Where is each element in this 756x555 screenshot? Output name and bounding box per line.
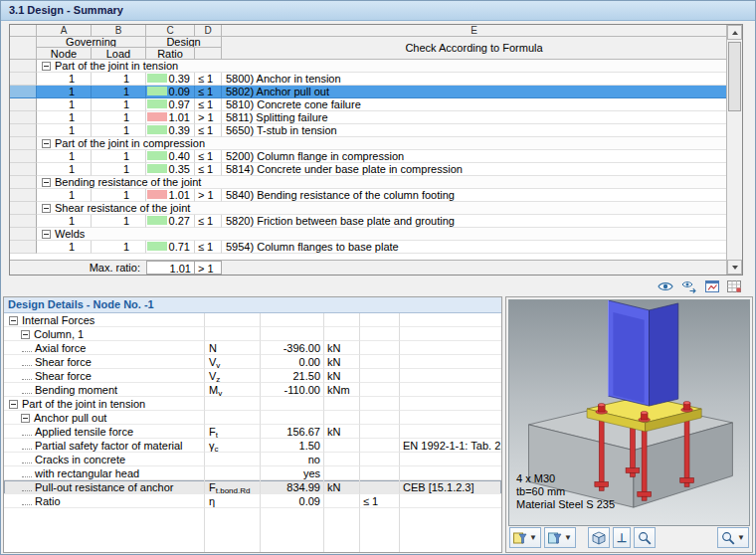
summary-toolbar	[658, 278, 741, 294]
limit-cell	[360, 439, 400, 453]
details-row[interactable]: Shear forceVy0.00kN	[4, 355, 501, 369]
zoom-button[interactable]	[634, 527, 656, 548]
node-cell: 1	[37, 111, 92, 124]
details-row[interactable]: Shear forceVz21.50kN	[4, 369, 501, 383]
collapse-icon[interactable]	[42, 230, 51, 239]
row-selector[interactable]	[10, 176, 37, 189]
details-row[interactable]: Pull-out resistance of anchorFt,bond,Rd8…	[4, 480, 501, 494]
reference-cell	[400, 466, 501, 480]
scrollbar-thumb[interactable]	[728, 42, 741, 111]
ratio-cell: 0.71	[146, 241, 195, 254]
summary-group-row[interactable]: Welds	[10, 228, 726, 241]
details-row[interactable]: Partial safety factor of materialγc1.50E…	[4, 439, 501, 453]
value-cell: 0.00	[261, 355, 324, 369]
details-header: Design Details - Node No. -1	[4, 297, 501, 313]
row-selector[interactable]	[10, 86, 37, 98]
tree-line	[22, 362, 32, 366]
row-selector[interactable]	[10, 73, 37, 86]
ratio-value: 0.27	[169, 215, 190, 227]
summary-row[interactable]: 110.97≤ 15810) Concrete cone failure	[10, 98, 726, 111]
steel-column	[609, 300, 678, 406]
row-selector[interactable]	[10, 189, 37, 202]
row-selector[interactable]	[10, 137, 37, 150]
node-cell: 1	[37, 124, 92, 137]
details-group-row[interactable]: Internal Forces	[4, 313, 501, 327]
collapse-icon[interactable]	[42, 139, 51, 148]
graphic-window-button[interactable]	[705, 280, 719, 292]
design-group-header: Design	[146, 37, 222, 48]
ratio-value: 0.09	[169, 86, 190, 97]
collapse-icon[interactable]	[9, 316, 18, 325]
collapse-icon[interactable]	[42, 178, 51, 187]
collapse-icon[interactable]	[9, 400, 18, 409]
summary-row[interactable]: 110.39≤ 15650) T-stub in tension	[10, 124, 726, 137]
excel-export-button[interactable]	[727, 280, 741, 292]
summary-row[interactable]: 110.35≤ 15814) Concrete under base plate…	[10, 163, 726, 176]
collapse-icon[interactable]	[42, 62, 51, 71]
check-column-header: Check According to Formula	[222, 37, 726, 60]
details-row[interactable]: Bending momentMy-110.00kNm	[4, 383, 501, 397]
governing-group-header: Governing	[37, 37, 146, 48]
detail-label: Axial force	[35, 342, 86, 354]
row-selector[interactable]	[10, 124, 37, 137]
summary-row[interactable]: 111.01> 15840) Bending resistance of the…	[10, 189, 726, 202]
chevron-down-icon[interactable]: ▼	[529, 534, 537, 542]
details-row[interactable]: Applied tensile forceFt156.67kN	[4, 425, 501, 439]
summary-group-row[interactable]: Shear resistance of the joint	[10, 202, 726, 215]
row-selector[interactable]	[10, 241, 37, 254]
reference-cell	[400, 327, 501, 341]
collapse-icon[interactable]	[21, 330, 30, 339]
details-row[interactable]: Axial forceN-396.00kN	[4, 341, 501, 355]
summary-group-row[interactable]: Part of the joint in tension	[10, 60, 726, 73]
ratio-bar	[147, 242, 167, 251]
row-selector[interactable]	[10, 111, 37, 124]
summary-row[interactable]: 110.71≤ 15954) Column flanges to base pl…	[10, 241, 726, 254]
collapse-icon[interactable]	[21, 414, 30, 423]
detail-label: Ratio	[35, 495, 61, 507]
summary-row[interactable]: 111.01> 15811) Splitting failure	[10, 111, 726, 124]
row-selector[interactable]	[10, 163, 37, 176]
collapse-icon[interactable]	[42, 204, 51, 213]
reference-cell	[400, 494, 501, 508]
row-selector[interactable]	[10, 98, 37, 111]
chevron-down-icon[interactable]: ▼	[564, 534, 572, 542]
scroll-up-button[interactable]	[727, 25, 742, 40]
row-selector[interactable]	[10, 228, 37, 241]
summary-group-row[interactable]: Part of the joint in compression	[10, 137, 726, 150]
details-row[interactable]: Cracks in concreteno	[4, 453, 501, 466]
scroll-down-button[interactable]	[727, 260, 742, 275]
summary-row[interactable]: 110.09≤ 15802) Anchor pull out	[10, 86, 726, 98]
details-row[interactable]: with rectangular headyes	[4, 466, 501, 480]
details-row[interactable]: Ratioη0.09≤ 1	[4, 494, 501, 508]
details-group-row[interactable]: Column, 1	[4, 327, 501, 341]
chevron-down-icon[interactable]: ▼	[737, 534, 745, 542]
scrollbar-track[interactable]	[727, 40, 742, 260]
tree-line	[22, 487, 32, 491]
unit-cell: kN	[324, 355, 360, 369]
details-group-row[interactable]: Anchor pull out	[4, 411, 501, 425]
row-selector[interactable]	[10, 215, 37, 228]
triangle-up-icon	[732, 31, 738, 35]
3d-view[interactable]: 4 x M30 tb=60 mm Material Steel S 235	[508, 299, 750, 526]
isometric-view-button[interactable]	[588, 527, 610, 548]
unit-cell: kN	[324, 425, 360, 439]
partial-view-filter-button[interactable]: ▼	[509, 527, 541, 548]
visibility-filter-button[interactable]: ▼	[544, 527, 576, 548]
column-letter: D	[195, 25, 222, 37]
zoom-menu-button[interactable]: ▼	[717, 527, 749, 548]
result-filter-button[interactable]	[681, 280, 697, 293]
show-graphic-button[interactable]	[658, 280, 673, 292]
detail-label-cell: Part of the joint in tension	[4, 397, 205, 411]
row-selector[interactable]	[10, 60, 37, 73]
details-group-row[interactable]: Part of the joint in tension	[4, 397, 501, 411]
triangle-down-icon	[732, 266, 738, 270]
summary-row[interactable]: 110.27≤ 15820) Friction between base pla…	[10, 215, 726, 228]
summary-row[interactable]: 110.40≤ 15200) Column flange in compress…	[10, 150, 726, 163]
symbol-subscript: c	[215, 445, 219, 453]
row-selector[interactable]	[10, 202, 37, 215]
perpendicular-view-button[interactable]: ⊥	[613, 527, 631, 548]
row-selector[interactable]	[10, 150, 37, 163]
vertical-scrollbar[interactable]	[726, 25, 742, 275]
summary-row[interactable]: 110.39≤ 15800) Anchor in tension	[10, 73, 726, 86]
summary-group-row[interactable]: Bending resistance of the joint	[10, 176, 726, 189]
